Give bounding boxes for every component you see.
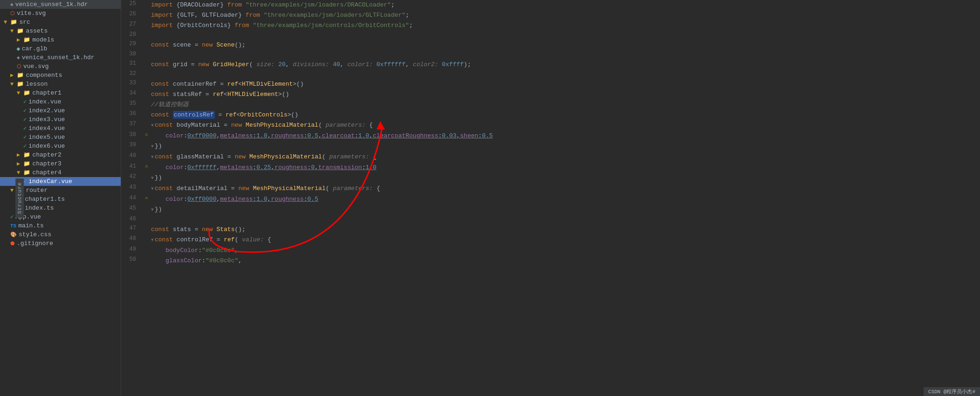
- sidebar-item-venice_sunset_hdr_top[interactable]: ◈venice_sunset_1k.hdr: [0, 0, 121, 9]
- folder-open-icon: ▼ 📁: [17, 169, 30, 176]
- sidebar-item-models[interactable]: ▶ 📁models: [0, 35, 121, 44]
- code-line-45: 45▼}): [121, 205, 980, 215]
- line-content: ▼}): [151, 173, 980, 183]
- line-content: bodyColor:"#0c0c0c",: [151, 246, 980, 255]
- vue-icon: ✓: [23, 134, 27, 141]
- code-line-33: 33const containerRef = ref<HTMLDivElemen…: [121, 79, 980, 89]
- line-number: 26: [121, 11, 142, 17]
- sidebar-item-label: vue.svg: [23, 63, 49, 70]
- code-line-32: 32: [121, 70, 980, 79]
- code-line-25: 25import {DRACOLoader} from "three/examp…: [121, 0, 980, 10]
- sidebar-item-index5_vue[interactable]: ✓index5.vue: [0, 133, 121, 142]
- code-line-35: 35//轨道控制器: [121, 100, 980, 110]
- sidebar-item-main_ts[interactable]: TSmain.ts: [0, 221, 121, 230]
- line-content: import {DRACOLoader} from "three/example…: [151, 0, 980, 10]
- line-content: color:0xff0000,metalness:1.0,roughness:0…: [151, 195, 980, 204]
- sidebar-item-car_glb[interactable]: ◉car.glb: [0, 44, 121, 53]
- sidebar-item-index4_vue[interactable]: ✓index4.vue: [0, 124, 121, 133]
- line-number: 49: [121, 246, 142, 253]
- line-number: 36: [121, 110, 142, 117]
- sidebar-item-label: index.ts: [25, 205, 54, 212]
- sidebar-item-chapter2[interactable]: ▶ 📁chapter2: [0, 150, 121, 159]
- glb-icon: ◉: [17, 46, 20, 52]
- line-content: const grid = new GridHelper( size: 20, d…: [151, 60, 980, 69]
- sidebar-item-label: index4.vue: [28, 125, 65, 132]
- sidebar-item-index_vue[interactable]: ✓index.vue: [0, 97, 121, 106]
- sidebar-item-label: style.css: [19, 231, 51, 238]
- code-line-27: 27import {OrbitControls} from "three/exa…: [121, 20, 980, 31]
- sidebar-item-index3_vue[interactable]: ✓index3.vue: [0, 115, 121, 124]
- sidebar-item-vite_svg[interactable]: ⬡vite.svg: [0, 9, 121, 18]
- line-content: const statsRef = ref<HTMLDivElement>(): [151, 90, 980, 99]
- code-line-37: 37▼const bodyMaterial = new MeshPhysical…: [121, 120, 980, 131]
- line-content: color:0xffffff,metalness:0.25,roughness:…: [151, 163, 980, 172]
- line-number: 25: [121, 0, 142, 7]
- code-line-46: 46: [121, 215, 980, 225]
- ts-icon: TS: [10, 223, 16, 229]
- code-line-29: 29const scene = new Scene();: [121, 40, 980, 50]
- sidebar-item-label: assets: [26, 27, 48, 34]
- git-icon: ⬟: [10, 240, 15, 246]
- sidebar-item-chapter4[interactable]: ▼ 📁chapter4: [0, 168, 121, 177]
- line-number: 39: [121, 142, 142, 148]
- hdr-icon: ◈: [17, 55, 20, 61]
- line-content: import {OrbitControls} from "three/examp…: [151, 21, 980, 30]
- code-line-42: 42▼}): [121, 173, 980, 184]
- sidebar-item-label: venice_sunset_1k.hdr: [22, 54, 95, 61]
- line-content: ▼const controlRef = ref( value: {: [151, 235, 980, 245]
- line-gutter: ⚠: [142, 131, 151, 137]
- gutter-warning-icon: ⚠: [145, 131, 148, 137]
- sidebar-item-index2_vue[interactable]: ✓index2.vue: [0, 106, 121, 115]
- sidebar-item-src[interactable]: ▼ 📁src: [0, 18, 121, 27]
- sidebar-item-vue_svg[interactable]: ⬡vue.svg: [0, 62, 121, 71]
- line-content: color:0xff0000,metalness:1.0,roughness:0…: [151, 131, 980, 141]
- sidebar-item-label: index.vue: [28, 98, 61, 105]
- vue-icon: ✓: [23, 107, 27, 114]
- code-line-40: 40▼const glassMaterial = new MeshPhysica…: [121, 152, 980, 163]
- line-number: 48: [121, 235, 142, 242]
- vue-icon: ✓: [23, 143, 27, 150]
- code-line-31: 31const grid = new GridHelper( size: 20,…: [121, 60, 980, 70]
- vue-icon: ✓: [23, 125, 27, 132]
- sidebar-item-label: index3.vue: [28, 116, 65, 123]
- line-content: const controlsRef = ref<OrbitControls>(): [151, 110, 980, 120]
- line-number: 34: [121, 90, 142, 96]
- line-number: 42: [121, 173, 142, 180]
- vue-icon: ✓: [23, 98, 27, 105]
- gutter-warning-icon: ⚠: [145, 163, 148, 169]
- hdr-icon: ◈: [10, 1, 14, 7]
- line-content: import {GLTF, GLTFLoader} from "three/ex…: [151, 11, 980, 20]
- sidebar-item-lesson[interactable]: ▼ 📁lesson: [0, 80, 121, 89]
- sidebar-item-assets[interactable]: ▼ 📁assets: [0, 27, 121, 35]
- line-number: 37: [121, 121, 142, 127]
- line-number: 32: [121, 70, 142, 77]
- line-number: 38: [121, 131, 142, 138]
- line-number: 30: [121, 51, 142, 57]
- vue-icon: ✓: [23, 116, 27, 123]
- code-editor[interactable]: 25import {DRACOLoader} from "three/examp…: [121, 0, 980, 396]
- bottom-bar-label: CSDN @程序员小杰#: [928, 389, 975, 395]
- sidebar-item-label: venice_sunset_1k.hdr: [15, 1, 88, 8]
- sidebar-item-label: .gitignore: [17, 240, 53, 247]
- code-line-34: 34const statsRef = ref<HTMLDivElement>(): [121, 89, 980, 100]
- vue-icon: ✓: [10, 213, 14, 220]
- line-number: 29: [121, 41, 142, 47]
- folder-icon: ▶ 📁: [17, 36, 30, 43]
- sidebar-item-chapter1[interactable]: ▼ 📁chapter1: [0, 89, 121, 97]
- code-line-26: 26import {GLTF, GLTFLoader} from "three/…: [121, 10, 980, 20]
- line-number: 31: [121, 60, 142, 67]
- line-number: 40: [121, 152, 142, 159]
- sidebar-item-label: indexCar.vue: [28, 178, 72, 185]
- sidebar-item-index6_vue[interactable]: ✓index6.vue: [0, 142, 121, 150]
- sidebar-item-gitignore[interactable]: ⬟.gitignore: [0, 239, 121, 248]
- line-content: ▼const bodyMaterial = new MeshPhysicalMa…: [151, 121, 980, 130]
- sidebar-item-label: chapter3: [32, 160, 61, 167]
- sidebar-item-style_css[interactable]: 🎨style.css: [0, 230, 121, 239]
- sidebar-item-label: src: [19, 19, 30, 26]
- line-content: const scene = new Scene();: [151, 41, 980, 50]
- sidebar-item-venice_sunset_1k[interactable]: ◈venice_sunset_1k.hdr: [0, 53, 121, 62]
- line-number: 28: [121, 31, 142, 38]
- sidebar-item-components[interactable]: ▶ 📁components: [0, 71, 121, 80]
- structure-tab[interactable]: Structure: [15, 178, 24, 218]
- sidebar-item-chapter3[interactable]: ▶ 📁chapter3: [0, 159, 121, 168]
